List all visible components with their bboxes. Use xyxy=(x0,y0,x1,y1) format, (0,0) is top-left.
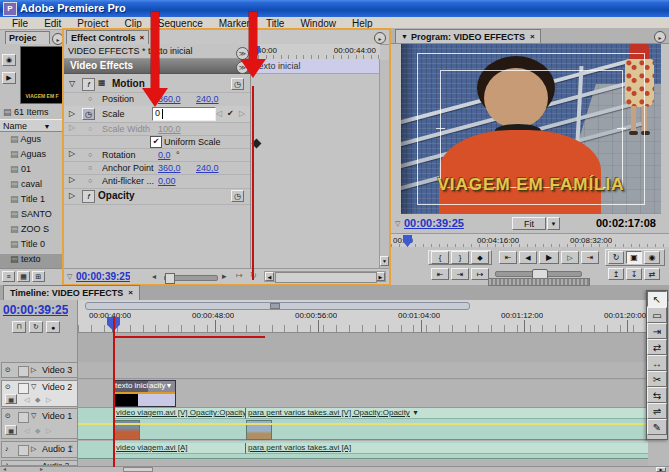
icon-view-button[interactable]: ▦ xyxy=(17,271,30,282)
menu-help[interactable]: Help xyxy=(344,18,381,29)
keyframe-area-scrollbar[interactable]: ◀ ▶ xyxy=(264,271,386,282)
tab-project[interactable]: Projec xyxy=(5,31,50,44)
close-track-icon[interactable]: × xyxy=(69,443,73,450)
set-encoding-button[interactable]: ↻ xyxy=(29,321,43,333)
list-item[interactable]: ▤ Aguas xyxy=(0,149,64,164)
previous-keyframe-button[interactable]: ◁ xyxy=(24,427,29,434)
dropdown-icon[interactable]: ▼ xyxy=(412,409,419,416)
zoom-in-icon[interactable]: ▸ xyxy=(40,466,43,472)
uniform-scale-checkbox[interactable]: ✔ xyxy=(150,136,162,148)
expand-track-icon[interactable]: ▷ xyxy=(31,445,36,452)
close-tab-icon[interactable]: × xyxy=(128,289,133,297)
anchor-y-value[interactable]: 240,0 xyxy=(196,163,219,173)
rotation-value[interactable]: 0,0 xyxy=(158,150,171,160)
scroll-right-button[interactable]: ▶ xyxy=(376,272,385,281)
keyframe-toggle-icon[interactable]: ○ xyxy=(88,164,92,171)
anti-flicker-value[interactable]: 0,00 xyxy=(158,176,176,186)
loop-button[interactable]: ↻ xyxy=(608,251,624,264)
effect-enabled-icon[interactable]: f xyxy=(82,190,95,203)
list-item[interactable]: ▤ SANTO xyxy=(0,209,64,224)
scroll-down-button[interactable]: ▼ xyxy=(380,256,389,266)
zoom-slider[interactable] xyxy=(164,275,218,281)
new-bin-button[interactable]: ⊞ xyxy=(32,271,45,282)
list-item[interactable]: ▤ caval xyxy=(0,179,64,194)
program-panel-menu-button[interactable]: ▸ xyxy=(654,31,666,43)
clip-para-pent-a[interactable]: para pent varios takes.avi [A] xyxy=(245,443,648,454)
zoom-slider-thumb[interactable] xyxy=(165,273,175,284)
clip-video-viagem-a[interactable]: video viagem.avi [A] xyxy=(113,443,245,454)
position-y-value[interactable]: 240,0 xyxy=(196,94,219,104)
toggle-track-output-icon[interactable]: ⊙ xyxy=(5,383,11,390)
track-select-tool[interactable]: ▭ xyxy=(647,307,667,323)
track-lock-box[interactable] xyxy=(18,383,29,394)
extract-button[interactable]: ↧ xyxy=(626,268,642,280)
effect-enabled-icon[interactable]: f xyxy=(82,78,95,91)
render-quality-button[interactable]: ● xyxy=(46,321,60,333)
clip-texto-inicial[interactable]: texto inicial acity▼ xyxy=(113,380,176,407)
collapse-track-icon[interactable]: ▽ xyxy=(31,412,36,419)
clip-opacity-menu[interactable]: acity▼ xyxy=(148,381,175,392)
opacity-label[interactable]: Opacity xyxy=(98,190,135,201)
clip-video-viagem-v[interactable]: video viagem.avi [V] Opacity:Opacity ▼ xyxy=(113,408,245,419)
speaker-icon[interactable]: ♪ xyxy=(5,445,9,452)
next-keyframe-button[interactable]: ▷ xyxy=(239,110,245,118)
effect-controls-panel-menu-button[interactable]: ▸ xyxy=(374,32,386,44)
tab-effect-controls[interactable]: Effect Controls × xyxy=(66,30,149,44)
toggle-track-output-icon[interactable]: ⊙ xyxy=(5,412,11,419)
slip-tool[interactable]: ⇆ xyxy=(647,387,667,403)
play-in-to-out-button[interactable]: ↦ xyxy=(471,268,489,280)
collapse-track-icon[interactable]: ▽ xyxy=(31,383,36,390)
menu-title[interactable]: Title xyxy=(258,18,293,29)
name-column-header[interactable]: Name ▼ xyxy=(0,119,64,132)
add-remove-keyframe-button[interactable]: ✔ xyxy=(227,110,234,118)
list-item[interactable]: ▤ ZOO S xyxy=(0,224,64,239)
list-item-selected[interactable]: ▤ texto xyxy=(0,254,64,269)
keyframe-toggle-icon[interactable]: ○ xyxy=(88,151,92,158)
step-back-button[interactable]: ◀ xyxy=(519,251,537,264)
go-to-in-button[interactable]: ⇤ xyxy=(499,251,517,264)
expand-track-icon[interactable]: ▷ xyxy=(31,366,36,373)
collapse-icon[interactable]: ▽ xyxy=(395,220,400,227)
fit-dropdown[interactable]: Fit xyxy=(512,217,546,230)
slide-tool[interactable]: ⇌ xyxy=(647,403,667,419)
set-display-style-button[interactable]: ▦ xyxy=(5,425,17,435)
poster-frame-button[interactable]: ◉ xyxy=(2,54,16,66)
selection-tool[interactable]: ↖ xyxy=(647,291,667,307)
menu-clip[interactable]: Clip xyxy=(116,18,149,29)
panel-flyout-icon[interactable]: ▼ xyxy=(401,33,408,40)
add-keyframe-button[interactable]: ◆ xyxy=(35,427,40,434)
step-forward-button[interactable]: ▷ xyxy=(561,251,579,264)
collapse-icon[interactable]: ▽ xyxy=(69,80,75,88)
play-in-out-icon[interactable]: ↦ xyxy=(236,272,243,280)
opacity-rubber-band[interactable] xyxy=(114,392,175,394)
zoom-in-icon[interactable]: ▸ xyxy=(222,272,227,281)
list-item[interactable]: ▤ Title 0 xyxy=(0,239,64,254)
rate-stretch-tool[interactable]: ↔ xyxy=(647,355,667,371)
go-to-out-button[interactable]: ⇥ xyxy=(581,251,599,264)
clip-para-pent-v[interactable]: para pent varios takes.avi [V] Opacity:O… xyxy=(245,408,648,419)
track-content-video3[interactable] xyxy=(78,362,648,379)
list-item[interactable]: ▤ Agus xyxy=(0,134,64,149)
scale-value-input[interactable]: 0 xyxy=(152,107,216,121)
timeline-ruler[interactable]: 00:00:40:00 00:00:48:00 00:00:56:00 00:0… xyxy=(78,300,648,333)
program-current-timecode[interactable]: 00:00:39:25 xyxy=(404,217,464,229)
rolling-edit-tool[interactable]: ⇄ xyxy=(647,339,667,355)
track-name[interactable]: Video 2 xyxy=(42,382,72,392)
expand-icon[interactable]: ▷ xyxy=(69,192,75,200)
next-keyframe-button[interactable]: ▷ xyxy=(46,427,51,434)
play-button[interactable]: ▶ xyxy=(539,251,559,264)
close-tab-icon[interactable]: × xyxy=(530,33,535,41)
list-item[interactable]: ▤ 01 xyxy=(0,164,64,179)
add-keyframe-button[interactable]: ◆ xyxy=(35,396,40,403)
jump-to-out-button[interactable]: ⇥ xyxy=(451,268,469,280)
toggle-track-output-icon[interactable]: ⊙ xyxy=(5,366,11,373)
set-marker-button[interactable]: ◆ xyxy=(471,251,489,264)
track-name[interactable]: Audio 1 xyxy=(42,444,73,454)
output-button[interactable]: ◉ xyxy=(644,251,660,264)
anchor-x-value[interactable]: 360,0 xyxy=(158,163,181,173)
previous-keyframe-button[interactable]: ◁ xyxy=(24,396,29,403)
close-tab-icon[interactable]: × xyxy=(140,34,145,42)
jump-to-in-button[interactable]: ⇤ xyxy=(431,268,449,280)
program-monitor-video[interactable]: VIAGEM EM FAMÍLIA xyxy=(401,44,661,214)
preview-play-button[interactable]: ▶ xyxy=(2,72,16,84)
